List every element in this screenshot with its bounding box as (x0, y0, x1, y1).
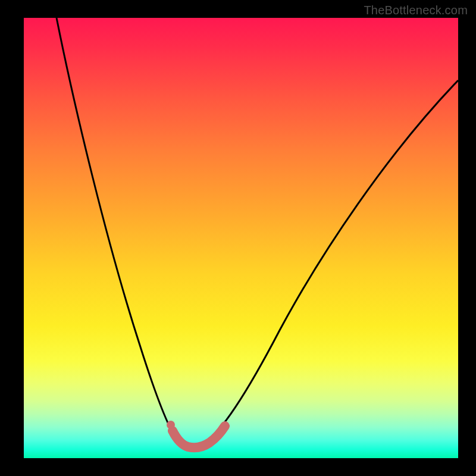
curve-path (57, 18, 458, 447)
bottleneck-curve (24, 18, 458, 458)
highlight-band (173, 426, 225, 447)
plot-area (24, 18, 458, 458)
watermark-text: TheBottleneck.com (364, 4, 468, 17)
highlight-dot (167, 421, 175, 429)
chart-frame: TheBottleneck.com (0, 0, 476, 476)
